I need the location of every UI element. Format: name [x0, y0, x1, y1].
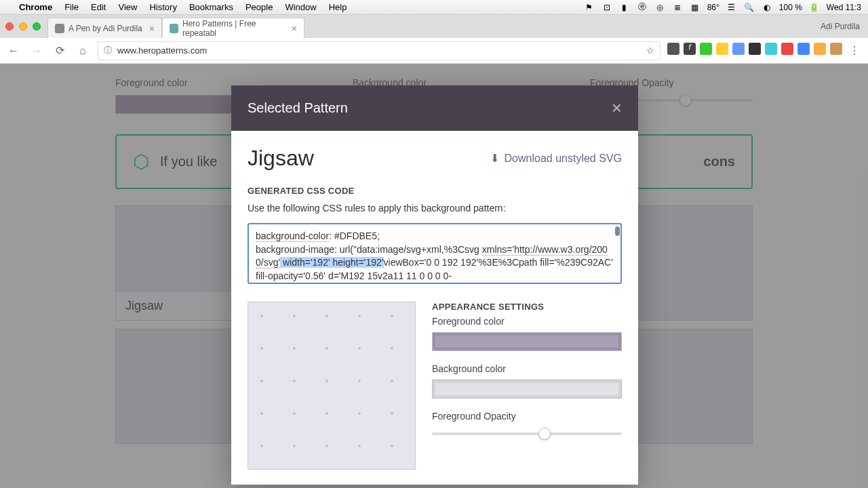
tab-row: A Pen by Adi Purdila × Hero Patterns | F… — [0, 15, 868, 38]
modal-body: Jigsaw ⬇ Download unstyled SVG GENERATED… — [231, 131, 638, 485]
maximize-window-icon[interactable] — [33, 22, 41, 30]
css-code-box[interactable]: background-color: #DFDBE5; background-im… — [248, 223, 622, 284]
download-svg-link[interactable]: ⬇ Download unstyled SVG — [490, 152, 622, 165]
menubar-right: ⚑ ⊡ ▮ ⓔ ◎ ≣ ▦ 86° ☰ 🔍 ◐ 100 % 🔋 Wed 11:3 — [584, 2, 861, 13]
menu-view[interactable]: View — [118, 2, 137, 12]
tab-title: A Pen by Adi Purdila — [68, 24, 142, 33]
scrollbar-thumb[interactable] — [615, 226, 620, 236]
reload-button[interactable]: ⟳ — [52, 43, 68, 59]
download-label: Download unstyled SVG — [505, 152, 622, 165]
close-window-icon[interactable] — [5, 22, 14, 30]
extension-icon[interactable] — [765, 43, 777, 55]
menubar-temp: 86° — [707, 3, 719, 12]
extension-icon[interactable]: f — [684, 43, 696, 55]
status-icon[interactable]: ⊡ — [601, 2, 612, 13]
codepen-favicon-icon — [55, 24, 64, 33]
menu-window[interactable]: Window — [285, 2, 316, 12]
modal-bg-label: Background color — [432, 363, 622, 374]
heropatterns-favicon-icon — [170, 24, 178, 33]
code-selection: width='192' height='192' — [280, 257, 383, 268]
back-button[interactable]: ← — [5, 43, 22, 59]
tab-title: Hero Patterns | Free repeatabl — [182, 19, 285, 38]
url-text: www.heropatterns.com — [117, 45, 207, 56]
download-icon: ⬇ — [490, 152, 499, 165]
css-hint: Use the following CSS rules to apply thi… — [248, 203, 622, 214]
tab-close-icon[interactable]: × — [149, 23, 155, 34]
menu-edit[interactable]: Edit — [91, 2, 106, 12]
extension-icon[interactable] — [781, 43, 793, 55]
window-controls — [5, 22, 41, 30]
battery-icon[interactable]: 🔋 — [809, 2, 820, 13]
home-button[interactable]: ⌂ — [75, 43, 91, 59]
profile-name[interactable]: Adi Purdila — [821, 22, 860, 31]
modal-fg-label: Foreground color — [432, 316, 622, 327]
extension-icon[interactable] — [667, 43, 679, 55]
modal-opacity-slider[interactable] — [432, 428, 622, 438]
extension-icon[interactable] — [797, 43, 810, 55]
modal-header: Selected Pattern × — [231, 85, 638, 131]
pattern-modal: Selected Pattern × Jigsaw ⬇ Download uns… — [231, 85, 638, 485]
address-bar[interactable]: ⓘ www.heropatterns.com ☆ — [98, 41, 660, 60]
menu-file[interactable]: File — [64, 2, 79, 12]
menu-people[interactable]: People — [245, 2, 273, 12]
chrome-frame: A Pen by Adi Purdila × Hero Patterns | F… — [0, 15, 868, 64]
extension-icon[interactable] — [749, 43, 761, 55]
modal-bg-swatch[interactable] — [432, 380, 622, 399]
extension-icon[interactable] — [732, 43, 745, 55]
chrome-menu-icon[interactable]: ⋮ — [846, 43, 863, 59]
menu-help[interactable]: Help — [329, 2, 347, 12]
code-text: viewBox='0 0 192 — [384, 257, 458, 268]
modal-fg-swatch[interactable] — [432, 332, 622, 351]
tab-close-icon[interactable]: × — [292, 23, 297, 34]
extension-icon[interactable] — [830, 43, 842, 55]
status-icon[interactable]: ⚑ — [584, 2, 595, 13]
notification-icon[interactable]: ◐ — [762, 2, 772, 13]
status-icon[interactable]: ☰ — [726, 2, 737, 13]
menubar-clock: Wed 11:3 — [827, 3, 861, 12]
pattern-preview — [248, 302, 416, 470]
tab-codepen[interactable]: A Pen by Adi Purdila × — [47, 18, 162, 38]
code-text: background-image: url("data:image/svg+xm… — [256, 244, 479, 255]
browser-toolbar: ← → ⟳ ⌂ ⓘ www.heropatterns.com ☆ f ⋮ — [0, 38, 868, 64]
generated-css-heading: GENERATED CSS CODE — [248, 186, 622, 196]
menubar-battery: 100 % — [779, 3, 802, 12]
status-icon[interactable]: ≣ — [672, 2, 683, 13]
info-icon[interactable]: ⓘ — [104, 45, 112, 56]
code-text: background-color — [256, 230, 329, 242]
pattern-name: Jigsaw — [248, 146, 314, 171]
close-icon[interactable]: × — [612, 98, 622, 119]
extension-icon[interactable] — [716, 43, 728, 55]
menubar-app[interactable]: Chrome — [19, 2, 52, 12]
appearance-settings: APPEARANCE SETTINGS Foreground color Bac… — [432, 302, 622, 470]
status-icon[interactable]: ◎ — [654, 2, 665, 13]
star-icon[interactable]: ☆ — [646, 45, 654, 56]
modal-opacity-label: Foreground Opacity — [432, 411, 622, 422]
extension-icon[interactable] — [700, 43, 712, 55]
mac-menubar: Chrome File Edit View History Bookmarks … — [0, 0, 868, 15]
extensions: f ⋮ — [667, 43, 863, 59]
status-icon[interactable]: ⓔ — [637, 2, 648, 13]
code-text: : #DFDBE5; — [329, 230, 380, 241]
modal-title: Selected Pattern — [248, 100, 348, 116]
minimize-window-icon[interactable] — [19, 22, 27, 30]
menu-history[interactable]: History — [149, 2, 176, 12]
menu-bookmarks[interactable]: Bookmarks — [189, 2, 233, 12]
appearance-heading: APPEARANCE SETTINGS — [432, 302, 622, 312]
spotlight-icon[interactable]: 🔍 — [744, 2, 755, 13]
tab-heropatterns[interactable]: Hero Patterns | Free repeatabl × — [162, 18, 304, 38]
status-icon[interactable]: ▮ — [619, 2, 630, 13]
status-icon[interactable]: ▦ — [690, 2, 701, 13]
forward-button[interactable]: → — [28, 43, 45, 59]
extension-icon[interactable] — [814, 43, 826, 55]
